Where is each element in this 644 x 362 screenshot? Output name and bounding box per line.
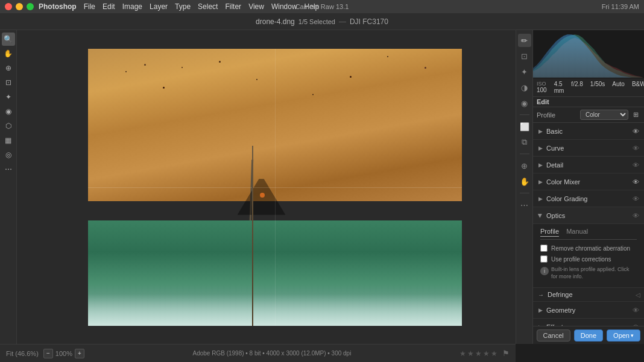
- chromatic-aberration-label[interactable]: Remove chromatic aberration: [551, 245, 630, 252]
- menu-layer[interactable]: Layer: [150, 2, 168, 11]
- defringe-expand-icon: ◁: [636, 292, 640, 298]
- star-3[interactable]: ★: [475, 349, 482, 358]
- zoom-in-button[interactable]: +: [75, 349, 84, 358]
- curve-label: Curve: [546, 145, 631, 152]
- menu-bar: Photoshop File Edit Image Layer Type Sel…: [39, 2, 319, 11]
- star-4[interactable]: ★: [483, 349, 490, 358]
- zoom-tool[interactable]: 🔍: [2, 33, 15, 46]
- image-canvas[interactable]: [17, 30, 532, 344]
- radial-filter[interactable]: ◎: [2, 148, 15, 161]
- crop-adjust-icon[interactable]: ⊡: [518, 49, 531, 63]
- camera-model: DJI FC3170: [350, 17, 388, 26]
- right-panel: ISO 100 4.5 mm f/2.8 1/50s Auto B&W: [532, 30, 644, 344]
- chromatic-aberration-checkbox[interactable]: [540, 245, 548, 252]
- menu-filter[interactable]: Filter: [225, 2, 241, 11]
- defringe-row[interactable]: → Defringe ◁: [533, 288, 644, 302]
- zoom-fit-label: Fit (46.6%): [6, 350, 39, 357]
- more-options-icon[interactable]: ⋯: [518, 198, 531, 211]
- profile-corrections-checkbox[interactable]: [540, 255, 548, 263]
- panel-basic[interactable]: ▶ Basic 👁: [533, 123, 644, 140]
- color-grading-label: Color Grading: [546, 195, 631, 202]
- edit-tool-icon[interactable]: ✏: [518, 34, 531, 47]
- color-mixer-eye-icon[interactable]: 👁: [631, 177, 640, 187]
- hand-pan-icon[interactable]: ✋: [518, 175, 531, 188]
- panel-color-grading[interactable]: ▶ Color Grading 👁: [533, 190, 644, 207]
- red-eye-tool[interactable]: ◉: [2, 105, 15, 118]
- defringe-arrow-icon: →: [537, 290, 545, 299]
- aperture-value: f/2.8: [571, 81, 582, 87]
- panel-geometry[interactable]: ▶ Geometry 👁: [533, 302, 644, 319]
- panels-list: ▶ Basic 👁 ▶ Curve 👁 ▶ Detail 👁: [533, 123, 644, 344]
- iso-value: 100: [537, 87, 547, 93]
- color-sampler-tool[interactable]: ⊕: [2, 61, 15, 75]
- optics-tab-manual[interactable]: Manual: [566, 228, 588, 237]
- hand-tool[interactable]: ✋: [2, 47, 15, 60]
- star-2[interactable]: ★: [467, 349, 474, 358]
- maximize-button[interactable]: [27, 3, 34, 10]
- color-grading-eye-icon[interactable]: 👁: [631, 194, 640, 204]
- healing-icon[interactable]: ✦: [518, 65, 531, 78]
- optics-label: Optics: [546, 212, 631, 219]
- profile-row: Profile Color Adobe Color Adobe Landscap…: [533, 107, 644, 123]
- left-toolbar: 🔍 ✋ ⊕ ⊡ ✦ ◉ ⬡ ▦ ◎ ⋯: [0, 30, 17, 344]
- mask-icon[interactable]: ◑: [518, 81, 531, 94]
- close-button[interactable]: [5, 3, 12, 10]
- profile-label: Profile: [537, 111, 578, 119]
- zoom-fit-icon[interactable]: ⊕: [518, 159, 531, 172]
- file-title-bar: drone-4.dng 1/5 Selected — DJI FC3170: [0, 13, 644, 30]
- minimize-button[interactable]: [16, 3, 23, 10]
- profile-grid-icon[interactable]: ⊞: [631, 110, 640, 120]
- zoom-100-controls: − 100% +: [43, 349, 84, 358]
- detail-label: Detail: [546, 161, 631, 169]
- menu-file[interactable]: File: [84, 2, 95, 11]
- basic-eye-icon[interactable]: 👁: [631, 126, 640, 136]
- cancel-button[interactable]: Cancel: [537, 329, 570, 342]
- zoom-out-button[interactable]: −: [43, 349, 53, 358]
- panel-optics[interactable]: ▶ Optics 👁: [533, 207, 644, 224]
- star-rating: ★ ★ ★ ★ ★: [459, 349, 497, 358]
- heal-tool[interactable]: ✦: [2, 90, 15, 104]
- detail-eye-icon[interactable]: 👁: [631, 160, 640, 170]
- geometry-eye-icon[interactable]: 👁: [631, 305, 640, 315]
- menu-window[interactable]: Window: [271, 2, 297, 11]
- curve-chevron: ▶: [537, 145, 544, 152]
- menu-image[interactable]: Image: [122, 2, 142, 11]
- system-time: Fri 11:39 AM: [602, 3, 639, 10]
- profile-corrections-label[interactable]: Use profile corrections: [551, 256, 611, 263]
- star-5[interactable]: ★: [491, 349, 497, 358]
- file-name: drone-4.dng: [256, 17, 295, 26]
- adjustment-brush[interactable]: ⬡: [2, 119, 15, 133]
- panel-detail[interactable]: ▶ Detail 👁: [533, 157, 644, 173]
- crop-tool[interactable]: ⊡: [2, 76, 15, 89]
- panel-color-mixer[interactable]: ▶ Color Mixer 👁: [533, 173, 644, 190]
- title-bar: Photoshop File Edit Image Layer Type Sel…: [0, 0, 644, 13]
- focal-value: 4.5 mm: [554, 81, 564, 94]
- menu-type[interactable]: Type: [175, 2, 191, 11]
- profile-select[interactable]: Color Adobe Color Adobe Landscape Adobe …: [580, 110, 628, 120]
- gradient-filter[interactable]: ▦: [2, 134, 15, 147]
- menu-view[interactable]: View: [248, 2, 264, 11]
- traffic-lights: [5, 3, 34, 10]
- panel-curve[interactable]: ▶ Curve 👁: [533, 140, 644, 157]
- optics-tab-profile[interactable]: Profile: [540, 228, 559, 237]
- zoom-controls: Fit (46.6%): [6, 350, 39, 357]
- before-after-icon[interactable]: ⧉: [518, 136, 531, 149]
- menu-edit[interactable]: Edit: [103, 2, 115, 11]
- title-bar-right: Fri 11:39 AM: [602, 3, 639, 10]
- photo-preview: [88, 49, 462, 326]
- open-button[interactable]: Open ▾: [607, 329, 640, 342]
- preferences-tool[interactable]: ⋯: [2, 163, 15, 176]
- info-icon: i: [540, 267, 549, 275]
- redeye-icon[interactable]: ◉: [518, 96, 531, 110]
- done-button[interactable]: Done: [574, 329, 603, 342]
- defringe-label: Defringe: [548, 291, 636, 298]
- color-mixer-label: Color Mixer: [546, 178, 631, 186]
- curve-eye-icon[interactable]: 👁: [631, 143, 640, 153]
- compare-icon[interactable]: ⬜: [518, 120, 531, 133]
- open-arrow-icon[interactable]: ▾: [631, 332, 634, 339]
- menu-select[interactable]: Select: [198, 2, 218, 11]
- star-1[interactable]: ★: [459, 349, 466, 358]
- detail-chevron: ▶: [537, 161, 544, 169]
- flag-icon[interactable]: ⚑: [502, 349, 510, 358]
- optics-eye-icon[interactable]: 👁: [631, 211, 640, 220]
